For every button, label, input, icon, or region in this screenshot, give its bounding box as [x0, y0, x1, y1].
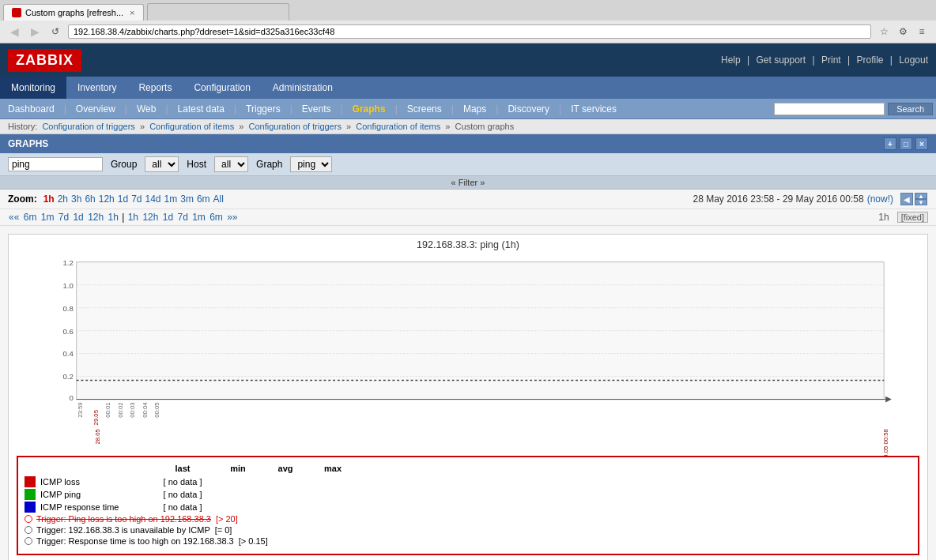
search-button[interactable]: Search [888, 103, 933, 115]
subnav-dashboard[interactable]: Dashboard [0, 99, 62, 118]
zoom-12h[interactable]: 12h [99, 194, 115, 205]
trigger-value-3: [> 0.15] [239, 536, 268, 546]
svg-text:29.05: 29.05 [92, 410, 100, 425]
close-icon[interactable]: × [915, 137, 928, 150]
nav2-12h-fwd[interactable]: 12h [142, 212, 158, 223]
trigger-value-2: [= 0] [215, 525, 232, 535]
nav2-7d-fwd[interactable]: 7d [177, 212, 187, 223]
zoom-3m[interactable]: 3m [180, 194, 194, 205]
subnav-discovery[interactable]: Discovery [500, 99, 557, 118]
zoom-nav: ◀ ▲ ▼ [900, 193, 928, 205]
zoom-3h[interactable]: 3h [71, 194, 81, 205]
reload-button[interactable]: ↺ [47, 24, 63, 39]
header-links: Help | Get support | Print | Profile | L… [721, 54, 928, 66]
nav2-1d-back[interactable]: 1d [73, 212, 83, 223]
zoom-7d[interactable]: 7d [131, 194, 142, 205]
legend-item-icmp-response: ICMP response time [ no data ] [25, 502, 911, 513]
zoom-now[interactable]: (now!) [867, 194, 893, 205]
filter-toggle[interactable]: « Filter » [0, 176, 936, 190]
icmp-loss-name: ICMP loss [40, 477, 151, 487]
zoom-6h[interactable]: 6h [85, 194, 95, 205]
subnav-maps[interactable]: Maps [455, 99, 494, 118]
zoom-6m[interactable]: 6m [197, 194, 210, 205]
subnav-latest-data[interactable]: Latest data [170, 99, 232, 118]
menu-icon[interactable]: ≡ [914, 24, 930, 39]
main-nav: Monitoring Inventory Reports Configurati… [0, 77, 936, 99]
nav2-fwd-far[interactable]: »» [227, 212, 237, 223]
nav2-12h-back[interactable]: 12h [88, 212, 104, 223]
nav2-1h-back[interactable]: 1h [108, 212, 119, 223]
graph-name-input[interactable] [8, 157, 103, 171]
logout-link[interactable]: Logout [899, 54, 928, 66]
zoom-1h[interactable]: 1h [43, 194, 55, 205]
fixed-label: [fixed] [897, 212, 928, 223]
close-tab-button[interactable]: × [130, 8, 134, 17]
subnav-triggers[interactable]: Triggers [238, 99, 289, 118]
host-select[interactable]: all [214, 156, 248, 172]
search-input[interactable] [774, 103, 885, 115]
nav-configuration[interactable]: Configuration [183, 77, 261, 99]
help-link[interactable]: Help [721, 54, 741, 66]
section-title: GRAPHS [8, 138, 48, 149]
breadcrumb-config-items-2[interactable]: Configuration of items [356, 122, 440, 131]
group-select[interactable]: all [145, 156, 179, 172]
zoom-nav-left[interactable]: ◀ [900, 193, 913, 205]
nav2-1m-back[interactable]: 1m [41, 212, 55, 223]
zoom-2h[interactable]: 2h [58, 194, 68, 205]
nav2-1d-fwd[interactable]: 1d [163, 212, 173, 223]
svg-text:00:03: 00:03 [129, 402, 136, 417]
nav2-1h-fwd[interactable]: 1h [128, 212, 138, 223]
breadcrumb-config-triggers-1[interactable]: Configuration of triggers [42, 122, 134, 131]
nav-row2: «« 6m 1m 7d 1d 12h 1h | 1h 12h 1d 7d 1m … [0, 209, 936, 226]
nav2-7d-back[interactable]: 7d [58, 212, 69, 223]
zoom-all[interactable]: All [213, 194, 224, 205]
address-bar: ◀ ▶ ↺ ☆ ⚙ ≡ [0, 21, 936, 43]
browser-chrome: Custom graphs [refresh... × ◀ ▶ ↺ ☆ ⚙ ≡ [0, 0, 936, 43]
breadcrumb-config-items-1[interactable]: Configuration of items [149, 122, 234, 131]
breadcrumb: History: Configuration of triggers » Con… [0, 119, 936, 134]
subnav-graphs[interactable]: Graphs [345, 99, 394, 118]
nav-row2-right: 1h [fixed] [878, 212, 928, 223]
trigger-row-1: Trigger: Ping loss is too high on 192.16… [25, 514, 911, 524]
time-period: 1h [878, 212, 889, 223]
breadcrumb-current: Custom graphs [455, 122, 515, 131]
subnav-overview[interactable]: Overview [68, 99, 123, 118]
nav2-6m-back[interactable]: 6m [24, 212, 37, 223]
col-last: last [151, 464, 214, 473]
forward-button[interactable]: ▶ [27, 24, 43, 39]
expand-icon[interactable]: □ [900, 137, 912, 150]
breadcrumb-config-triggers-2[interactable]: Configuration of triggers [249, 122, 342, 131]
nav2-back-far[interactable]: «« [9, 212, 19, 223]
subnav-events[interactable]: Events [294, 99, 339, 118]
url-bar[interactable] [68, 24, 871, 39]
graph-select[interactable]: ping [290, 156, 332, 172]
graph-label: Graph [256, 159, 282, 170]
subnav-web[interactable]: Web [129, 99, 164, 118]
icmp-ping-last: [ no data ] [151, 490, 214, 499]
nav-reports[interactable]: Reports [127, 77, 183, 99]
nav-administration[interactable]: Administration [262, 77, 344, 99]
nav-inventory[interactable]: Inventory [66, 77, 127, 99]
nav2-6m-fwd[interactable]: 6m [209, 212, 223, 223]
print-link[interactable]: Print [821, 54, 841, 66]
get-support-link[interactable]: Get support [757, 54, 806, 66]
svg-text:1.2: 1.2 [62, 258, 73, 267]
add-icon[interactable]: + [884, 137, 896, 150]
extensions-icon[interactable]: ⚙ [895, 24, 911, 39]
subnav-it-services[interactable]: IT services [563, 99, 625, 118]
nav-monitoring[interactable]: Monitoring [0, 77, 66, 99]
browser-tab[interactable]: Custom graphs [refresh... × [3, 4, 144, 21]
zoom-1d[interactable]: 1d [118, 194, 128, 205]
back-button[interactable]: ◀ [6, 24, 22, 39]
svg-text:29.05 00:58: 29.05 00:58 [882, 429, 889, 456]
svg-text:0.6: 0.6 [62, 327, 73, 336]
zoom-1m[interactable]: 1m [164, 194, 178, 205]
zoom-nav-down[interactable]: ▼ [915, 199, 927, 205]
profile-link[interactable]: Profile [856, 54, 883, 66]
trigger-text-3: Trigger: Response time is too high on 19… [36, 536, 234, 546]
subnav-screens[interactable]: Screens [399, 99, 450, 118]
nav2-1m-fwd[interactable]: 1m [192, 212, 206, 223]
bookmark-icon[interactable]: ☆ [876, 24, 892, 39]
zoom-14d[interactable]: 14d [145, 194, 161, 205]
icmp-loss-last: [ no data ] [151, 477, 214, 487]
